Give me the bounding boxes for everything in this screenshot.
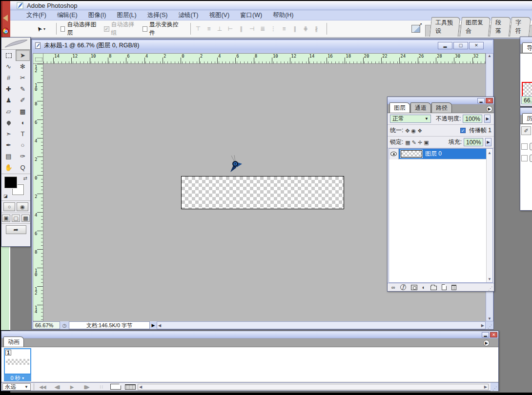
crop-tool[interactable]: # [1, 72, 16, 83]
path-selection-tool[interactable]: ➣ [1, 128, 16, 139]
propagate-frames-checkbox[interactable]: ✓ [460, 128, 466, 133]
magic-wand-tool[interactable]: ✻ [16, 61, 30, 72]
blend-mode-select[interactable]: 正常▼ [390, 115, 431, 123]
tab-channels[interactable]: 通道 [410, 102, 431, 113]
tab-layers[interactable]: 图层 [389, 102, 410, 113]
swap-colors-icon[interactable]: ⇄ [23, 176, 27, 181]
slice-tool[interactable]: ✂ [16, 72, 30, 83]
foreground-color-swatch[interactable] [4, 177, 17, 188]
unify-visibility-icon[interactable]: ◉ [411, 128, 416, 134]
healing-brush-tool[interactable]: ✚ [1, 83, 16, 95]
lasso-tool[interactable]: ∿ [1, 61, 16, 72]
history-snapshot-row[interactable] [521, 142, 532, 151]
scroll-left-icon[interactable]: ◀ [139, 385, 142, 389]
document-titlebar[interactable]: 未标题-1 @ 66.7% (图层 0, RGB/8) ▂ ▢ ✕ [33, 40, 492, 50]
distribute-right-edges-icon[interactable]: ∦ [312, 25, 320, 32]
history-brush-source-icon[interactable]: ✐ [521, 126, 531, 135]
distribute-vertical-centers-icon[interactable]: ⋮ [269, 25, 277, 32]
distribute-top-edges-icon[interactable]: ≣ [259, 25, 266, 32]
move-tool[interactable]: ➤ [16, 50, 30, 61]
go-to-bridge-icon[interactable] [411, 25, 420, 33]
duplicate-frame-button[interactable] [110, 384, 121, 390]
gradient-tool[interactable]: ▩ [16, 106, 30, 117]
edit-in-imageready-button[interactable]: ➦ [6, 225, 26, 234]
brush-tool[interactable]: ✎ [16, 83, 30, 95]
app-titlebar[interactable]: Adobe Photoshop [10, 1, 532, 10]
vertical-ruler[interactable]: 1210864202468101214 [33, 64, 43, 321]
tween-frames-button[interactable]: ∷ [96, 384, 106, 390]
resize-grip[interactable] [486, 321, 493, 329]
history-state-row[interactable] [521, 154, 532, 162]
menu-item[interactable]: 帮助(H) [267, 10, 299, 20]
tab-paths[interactable]: 路径 [431, 102, 452, 113]
adjustment-layer-icon[interactable]: ◐ [422, 284, 426, 290]
unify-style-icon[interactable]: ❖ [417, 128, 422, 134]
align-right-edges-icon[interactable]: ⊣ [248, 25, 255, 32]
distribute-left-edges-icon[interactable]: ∥ [291, 25, 298, 32]
zoom-tool[interactable]: Q [16, 162, 30, 173]
type-tool[interactable]: T [16, 128, 30, 139]
palette-tab-layer-comps[interactable]: 图层复合 [459, 17, 490, 37]
menu-item[interactable]: 文件(F) [21, 10, 52, 20]
resize-grip[interactable] [486, 283, 494, 291]
minimize-button[interactable]: ▂ [438, 42, 452, 49]
rectangular-marquee-tool[interactable] [1, 50, 16, 61]
maximize-button[interactable]: ▢ [453, 42, 468, 49]
play-animation-button[interactable]: ▶ [66, 384, 77, 390]
horizontal-ruler[interactable]: 141210864202468101214161820222426283032 [43, 53, 486, 64]
align-horizontal-centers-icon[interactable]: ∥ [237, 25, 245, 32]
frames-scrollbar[interactable]: ◀▶ [138, 384, 489, 390]
minimize-button[interactable]: ▂ [482, 332, 489, 337]
fill-slider-arrow[interactable]: ▶ [485, 138, 491, 146]
auto-select-layer-checkbox[interactable]: 自动选择图层 [61, 20, 97, 37]
fill-field[interactable]: 100% [464, 138, 483, 146]
default-colors-icon[interactable]: ◪ [3, 194, 8, 198]
panel-menu-icon[interactable]: ▶ [486, 106, 492, 112]
close-button[interactable]: ✕ [469, 42, 484, 49]
ellipse-shape-tool[interactable]: ○ [16, 139, 30, 151]
layer-row[interactable]: 图层 0 [389, 149, 492, 159]
align-bottom-edges-icon[interactable]: ⊥ [216, 25, 223, 32]
align-top-edges-icon[interactable]: ⊤ [194, 25, 202, 32]
scroll-left-icon[interactable]: ◀ [158, 323, 161, 328]
checkbox-box[interactable] [61, 26, 65, 32]
add-layer-mask-icon[interactable] [411, 285, 417, 290]
frame-delay-selector[interactable]: 0 秒▼ [4, 375, 31, 381]
lock-transparent-pixels-icon[interactable]: ▦ [405, 139, 410, 145]
opacity-field[interactable]: 100% [463, 115, 482, 123]
scroll-down-icon[interactable]: ▼ [488, 316, 491, 321]
scroll-down-icon[interactable]: ▼ [488, 277, 491, 281]
close-icon[interactable]: ✕ [490, 332, 497, 337]
layer-list-scrollbar[interactable]: ▲▼ [486, 149, 492, 282]
history-brush-tool[interactable]: ✐ [16, 95, 30, 106]
align-left-edges-icon[interactable]: ⊢ [226, 25, 234, 32]
tab-history[interactable]: 历史记录 [522, 113, 532, 123]
palette-tab-tool-presets[interactable]: 工具预设 [430, 17, 460, 37]
current-tool-indicator[interactable]: ➤▾ [37, 25, 52, 33]
clone-stamp-tool[interactable]: ♟ [1, 95, 16, 106]
menu-item[interactable]: 选择(S) [142, 10, 173, 20]
animation-frame[interactable]: 1 0 秒▼ [4, 348, 31, 381]
link-layers-icon[interactable]: ∞ [391, 284, 395, 290]
menu-item[interactable]: 滤镜(T) [173, 10, 204, 20]
scroll-right-icon[interactable]: ▶ [481, 323, 484, 328]
panel-menu-icon[interactable]: ▶ [483, 340, 490, 346]
lock-position-icon[interactable]: ✛ [418, 139, 422, 145]
animation-titlebar[interactable]: ▂ ✕ [1, 331, 498, 338]
close-icon[interactable]: ✕ [486, 98, 493, 103]
unify-position-icon[interactable]: ✥ [405, 128, 409, 134]
scroll-right-icon[interactable]: ▶ [484, 385, 487, 389]
show-transform-controls-checkbox[interactable]: 显示变换控件 [143, 20, 179, 37]
eraser-tool[interactable]: ▱ [1, 106, 16, 117]
standard-screen-mode-button[interactable]: ▣ [2, 215, 10, 222]
delete-layer-icon[interactable] [451, 285, 456, 290]
align-vertical-centers-icon[interactable]: ≡ [205, 25, 212, 32]
fullscreen-mode-button[interactable]: ▩ [21, 215, 30, 222]
quick-mask-mode-button[interactable]: ◉ [17, 202, 28, 211]
menu-item[interactable]: 视图(V) [204, 10, 235, 20]
menu-item[interactable]: 图层(L) [111, 10, 142, 20]
scroll-up-icon[interactable]: ▲ [488, 151, 491, 155]
select-first-frame-button[interactable]: ◀◀ [37, 384, 48, 390]
blur-tool[interactable] [1, 117, 16, 128]
select-next-frame-button[interactable]: ▮▶ [81, 384, 92, 390]
